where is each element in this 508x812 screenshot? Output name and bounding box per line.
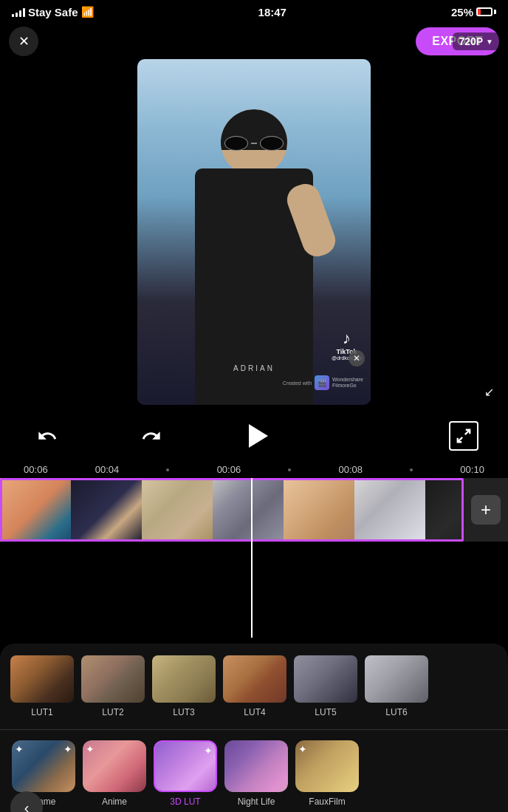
watermark-text: Wondershare <box>332 377 363 383</box>
filter-label-3dlut: 3D LUT <box>170 796 200 807</box>
ruler-dot-2 <box>288 468 291 471</box>
status-bar: Stay Safe 📶 18:47 25% <box>0 0 508 24</box>
filter-badge-game-right: ✦ <box>64 743 72 755</box>
lut-row: LUT1 LUT2 LUT3 LUT4 LUT5 LUT6 <box>0 655 508 729</box>
video-strip-container: + <box>0 478 508 542</box>
strip-frame-6 <box>354 478 425 542</box>
video-container: ADRIAN ♪ TikTok @drdkorclips ✕ Created w… <box>0 59 508 411</box>
timeline-empty-area <box>0 542 508 638</box>
video-frame: ADRIAN ♪ TikTok @drdkorclips ✕ Created w… <box>137 59 371 405</box>
lut-label-3: LUT3 <box>173 707 194 717</box>
ruler-mark-3: 00:08 <box>339 464 363 475</box>
bottom-panel: LUT1 LUT2 LUT3 LUT4 LUT5 LUT6 ✦ ✦ <box>0 644 508 812</box>
sunglass-left <box>224 136 248 151</box>
ruler-dot-1 <box>166 468 169 471</box>
lut-item-1[interactable]: LUT1 <box>10 655 74 717</box>
filter-thumb-nightlife <box>224 740 288 792</box>
lut-label-1: LUT1 <box>31 707 52 717</box>
sunglass-bridge <box>251 143 257 144</box>
created-with-label: Created with <box>283 381 312 386</box>
battery-percent: 25% <box>451 6 473 18</box>
resolution-badge[interactable]: 720P ▼ <box>453 33 499 50</box>
ruler-dot-3 <box>410 468 413 471</box>
expand-icon[interactable]: ↙ <box>476 378 502 405</box>
sunglass-right <box>260 136 284 151</box>
strip-frame-1 <box>0 478 71 542</box>
ruler-mark-2: 00:06 <box>217 464 241 475</box>
filter-thumb-game: ✦ ✦ <box>12 740 75 792</box>
spacer <box>345 418 380 454</box>
watermark: Created with 🎬 Wondershare FilmoreGo <box>283 375 363 390</box>
lut-item-5[interactable]: LUT5 <box>294 655 357 717</box>
lut-label-6: LUT6 <box>385 707 407 717</box>
strip-frame-4 <box>213 478 284 542</box>
filter-badge-anime: ✦ <box>86 743 95 755</box>
play-icon <box>249 424 268 448</box>
tiktok-logo: ♪ <box>343 329 351 348</box>
ruler-mark-4: 00:10 <box>460 464 484 475</box>
strip-frame-5 <box>284 478 354 542</box>
lut-item-2[interactable]: LUT2 <box>81 655 145 717</box>
name-overlay: ADRIAN <box>233 364 275 372</box>
fullscreen-button[interactable] <box>449 421 478 451</box>
lut-thumb-4 <box>223 655 286 703</box>
filter-thumb-fauxfilm: ✦ <box>295 740 359 792</box>
lut-label-2: LUT2 <box>102 707 123 717</box>
watermark-subtext: FilmoreGo <box>332 383 363 389</box>
wifi-icon: 📶 <box>81 6 94 18</box>
filter-label-fauxfilm: FauxFilm <box>309 796 345 807</box>
lut-thumb-2 <box>81 655 145 703</box>
lut-label-5: LUT5 <box>315 707 336 717</box>
lut-item-3[interactable]: LUT3 <box>152 655 216 717</box>
filter-item-3dlut[interactable]: ✦ 3D LUT <box>152 740 219 807</box>
strip-frame-3 <box>142 478 213 542</box>
status-right: 25% <box>451 6 496 18</box>
filter-thumb-anime: ✦ <box>83 740 146 792</box>
add-clip-button[interactable]: + <box>464 478 508 542</box>
play-button[interactable] <box>238 417 276 455</box>
lut-thumb-5 <box>294 655 357 703</box>
section-divider <box>0 729 508 730</box>
filter-item-fauxfilm[interactable]: ✦ FauxFilm <box>294 740 360 807</box>
close-icon: ✕ <box>18 33 30 50</box>
undo-button[interactable] <box>30 418 65 454</box>
close-button[interactable]: ✕ <box>9 27 38 56</box>
person-silhouette <box>173 95 335 405</box>
controls-row <box>0 411 508 461</box>
lut-thumb-6 <box>365 655 428 703</box>
top-bar: ✕ 720P ▼ EXPORT <box>0 24 508 59</box>
resolution-dropdown-icon: ▼ <box>486 38 493 46</box>
back-icon: ‹ <box>24 799 30 813</box>
person-head <box>221 109 287 176</box>
signal-bars <box>12 7 25 17</box>
ruler-mark-1: 00:04 <box>95 464 120 475</box>
ruler-mark-0: 00:06 <box>24 464 48 475</box>
filter-badge-game-left: ✦ <box>15 743 24 755</box>
video-strip[interactable] <box>0 478 508 542</box>
timeline-ruler: 00:06 00:04 00:06 00:08 00:10 <box>0 461 508 478</box>
battery-icon <box>476 7 496 16</box>
filter-item-nightlife[interactable]: Night Life <box>223 740 289 807</box>
filter-label-nightlife: Night Life <box>238 796 275 807</box>
filter-row: ✦ ✦ Game ✦ Anime ✦ 3D LUT Night Life <box>0 740 508 812</box>
playhead-extension <box>251 542 253 638</box>
tiktok-close-icon[interactable]: ✕ <box>349 350 365 366</box>
status-time: 18:47 <box>258 6 286 18</box>
carrier-label: Stay Safe <box>28 6 78 18</box>
filter-label-anime: Anime <box>102 796 127 807</box>
filter-item-anime[interactable]: ✦ Anime <box>81 740 148 807</box>
status-left: Stay Safe 📶 <box>12 6 94 18</box>
filter-badge-fauxfilm: ✦ <box>298 743 307 755</box>
strip-frame-2 <box>71 478 142 542</box>
lut-item-6[interactable]: LUT6 <box>365 655 428 717</box>
resolution-label: 720P <box>459 35 483 47</box>
sunglasses <box>224 135 284 151</box>
lut-label-4: LUT4 <box>244 707 265 717</box>
lut-thumb-3 <box>152 655 216 703</box>
lut-thumb-1 <box>10 655 74 703</box>
add-plus-icon: + <box>471 495 501 525</box>
lut-item-4[interactable]: LUT4 <box>223 655 286 717</box>
filter-thumb-3dlut: ✦ <box>154 740 217 792</box>
filter-badge-3dlut: ✦ <box>204 745 213 757</box>
redo-button[interactable] <box>134 418 169 454</box>
